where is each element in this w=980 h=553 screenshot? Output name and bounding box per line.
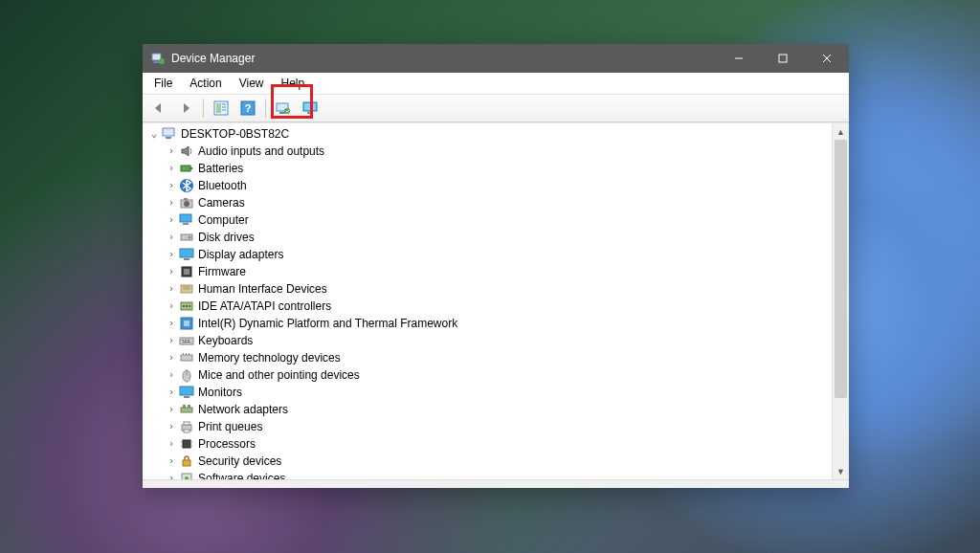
tree-item[interactable]: ›Audio inputs and outputs (148, 143, 832, 160)
expand-icon[interactable]: › (166, 160, 177, 177)
expand-icon[interactable]: › (166, 246, 177, 263)
scroll-down-button[interactable]: ▼ (833, 463, 849, 479)
expand-icon[interactable]: › (166, 177, 177, 194)
svg-rect-36 (184, 269, 189, 275)
printer-icon (179, 419, 194, 434)
toolbar-console-tree-button[interactable] (209, 96, 234, 121)
keyboard-icon (179, 333, 194, 348)
tree-item[interactable]: ›Software devices (148, 470, 832, 479)
memory-icon (179, 350, 194, 365)
tree-root[interactable]: ⌄ DESKTOP-0BST82C (148, 125, 832, 143)
toolbar-forward-button[interactable] (173, 96, 198, 121)
tree-item-label: Firmware (198, 263, 246, 280)
svg-point-32 (189, 236, 191, 239)
monitor-icon (179, 385, 194, 400)
tree-item[interactable]: ›Firmware (148, 263, 832, 280)
device-manager-window: Device Manager File Action View Help ? (143, 44, 849, 488)
toolbar: ? (143, 95, 849, 122)
svg-rect-24 (190, 167, 192, 169)
menu-view[interactable]: View (232, 75, 272, 92)
expand-icon[interactable]: › (166, 349, 177, 366)
svg-rect-16 (279, 112, 285, 114)
expand-icon[interactable]: › (166, 332, 177, 349)
toolbar-back-button[interactable] (146, 96, 171, 121)
expand-icon[interactable]: › (166, 315, 177, 332)
collapse-icon[interactable]: ⌄ (148, 125, 160, 143)
svg-point-41 (183, 305, 185, 307)
svg-rect-23 (181, 166, 190, 171)
expand-icon[interactable]: › (166, 453, 177, 470)
desktop-background: Device Manager File Action View Help ? (0, 0, 980, 553)
tree-item[interactable]: ›Display adapters (148, 246, 832, 263)
intel-icon (179, 316, 194, 331)
expand-icon[interactable]: › (166, 435, 177, 453)
svg-rect-9 (216, 103, 221, 113)
scroll-thumb[interactable] (835, 140, 847, 398)
menu-help[interactable]: Help (274, 75, 313, 92)
close-button[interactable] (805, 44, 849, 73)
maximize-button[interactable] (761, 44, 805, 73)
tree-item[interactable]: ›Batteries (148, 160, 832, 177)
tree-item-label: Cameras (198, 194, 245, 211)
scroll-up-button[interactable]: ▲ (833, 123, 849, 140)
expand-icon[interactable]: › (166, 143, 177, 160)
expand-icon[interactable]: › (166, 384, 177, 401)
svg-rect-52 (183, 353, 184, 355)
tree-item[interactable]: ›Human Interface Devices (148, 280, 832, 298)
toolbar-separator (203, 99, 204, 118)
tree-item[interactable]: ›IDE ATA/ATAPI controllers (148, 298, 832, 315)
expand-icon[interactable]: › (166, 401, 177, 418)
svg-rect-70 (183, 460, 190, 466)
expand-icon[interactable]: › (166, 194, 177, 211)
svg-point-43 (189, 305, 190, 307)
tree-item[interactable]: ›Computer (148, 211, 832, 229)
tree-item[interactable]: ›Security devices (148, 453, 832, 470)
expand-icon[interactable]: › (166, 298, 177, 315)
expand-icon[interactable]: › (166, 366, 177, 384)
toolbar-add-legacy-button[interactable] (298, 96, 323, 121)
tree-item[interactable]: ›Disk drives (148, 229, 832, 246)
device-tree[interactable]: ⌄ DESKTOP-0BST82C ›Audio inputs and outp… (143, 123, 832, 479)
tree-item[interactable]: ›Memory technology devices (148, 349, 832, 366)
help-icon: ? (240, 100, 256, 116)
arrow-left-icon (151, 100, 167, 116)
tree-root-label: DESKTOP-0BST82C (181, 125, 289, 143)
svg-rect-53 (186, 353, 187, 355)
tree-item[interactable]: ›Keyboards (148, 332, 832, 349)
expand-icon[interactable]: › (166, 229, 177, 246)
expand-icon[interactable]: › (166, 470, 177, 479)
security-icon (179, 453, 194, 469)
tree-item-label: Processors (198, 435, 256, 453)
menu-action[interactable]: Action (182, 75, 229, 92)
tree-item[interactable]: ›Bluetooth (148, 177, 832, 194)
camera-icon (179, 195, 194, 210)
expand-icon[interactable]: › (166, 280, 177, 298)
tree-item[interactable]: ›Processors (148, 435, 832, 453)
tree-item[interactable]: ›Monitors (148, 384, 832, 401)
expand-icon[interactable]: › (166, 263, 177, 280)
tree-item-label: Monitors (198, 384, 242, 401)
toolbar-help-button[interactable]: ? (235, 96, 260, 121)
svg-point-27 (184, 201, 189, 207)
software-icon (179, 471, 194, 479)
tree-item[interactable]: ›Print queues (148, 418, 832, 435)
display-icon (179, 247, 194, 262)
bluetooth-icon (179, 178, 194, 193)
svg-rect-0 (152, 54, 161, 60)
toolbar-scan-button[interactable] (271, 96, 296, 121)
tree-item[interactable]: ›Mice and other pointing devices (148, 366, 832, 384)
svg-text:?: ? (245, 102, 252, 114)
expand-icon[interactable]: › (166, 418, 177, 435)
tree-item-label: Computer (198, 211, 249, 229)
tree-item[interactable]: ›Cameras (148, 194, 832, 211)
menu-file[interactable]: File (146, 75, 180, 92)
tree-item-label: Software devices (198, 470, 285, 479)
tree-item[interactable]: ›Network adapters (148, 401, 832, 418)
svg-rect-20 (307, 112, 313, 114)
vertical-scrollbar[interactable]: ▲ ▼ (832, 123, 849, 479)
minimize-button[interactable] (717, 44, 761, 73)
titlebar[interactable]: Device Manager (143, 44, 849, 73)
expand-icon[interactable]: › (166, 211, 177, 229)
tree-item[interactable]: ›Intel(R) Dynamic Platform and Thermal F… (148, 315, 832, 332)
svg-rect-34 (184, 258, 189, 260)
